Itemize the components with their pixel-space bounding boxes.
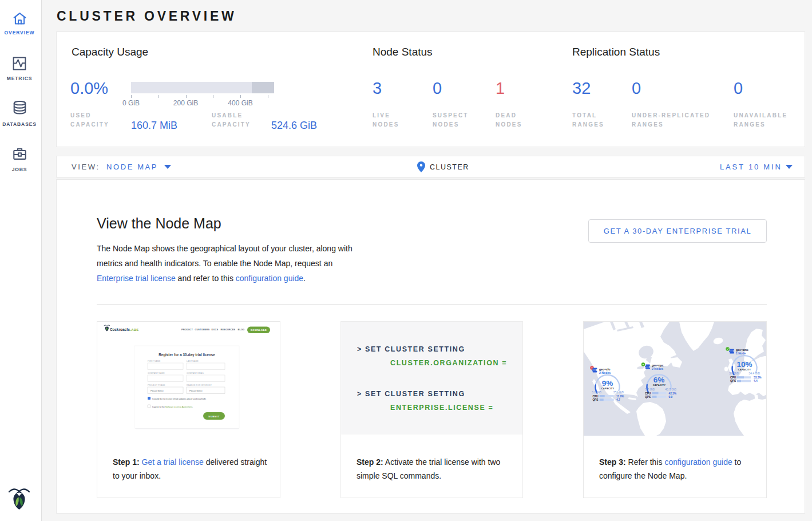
svg-text:0.0: 0.0 bbox=[669, 396, 673, 398]
svg-text:Please Select: Please Select bbox=[189, 390, 203, 392]
svg-text:34.4 GiB: 34.4 GiB bbox=[748, 372, 760, 375]
svg-text:11.0%: 11.0% bbox=[616, 395, 624, 398]
svg-text:LAST NAME: LAST NAME bbox=[187, 360, 199, 362]
svg-text:DOWNLOAD: DOWNLOAD bbox=[251, 329, 267, 331]
svg-text:BLOG: BLOG bbox=[238, 328, 245, 331]
svg-text:PRODUCT: PRODUCT bbox=[181, 328, 193, 331]
svg-text:43.7 GiB: 43.7 GiB bbox=[665, 388, 676, 391]
svg-text:I would like to receive email: I would like to receive email updates ab… bbox=[152, 398, 206, 400]
svg-text:PROJECT PHASE: PROJECT PHASE bbox=[148, 384, 165, 386]
svg-text:REASON FOR INTEREST: REASON FOR INTEREST bbox=[187, 384, 212, 386]
svg-text:53.3%: 53.3% bbox=[754, 376, 762, 379]
svg-text:Register for a 30-day trial li: Register for a 30-day trial license bbox=[159, 353, 215, 357]
svg-text:CPU: CPU bbox=[730, 376, 736, 379]
svg-text:10%: 10% bbox=[736, 360, 752, 369]
svg-text:geo=sfo: geo=sfo bbox=[599, 368, 610, 371]
svg-text:42.5%: 42.5% bbox=[669, 392, 677, 395]
svg-text:CAPACITY: CAPACITY bbox=[601, 387, 615, 390]
svg-text:2 Nodes: 2 Nodes bbox=[652, 367, 663, 370]
svg-text:6%: 6% bbox=[653, 376, 665, 384]
svg-text:Cockroach: Cockroach bbox=[110, 327, 129, 331]
svg-text:3.7 GiB: 3.7 GiB bbox=[645, 388, 655, 391]
svg-text:SUBMIT: SUBMIT bbox=[208, 415, 220, 418]
svg-text:CAPACITY: CAPACITY bbox=[738, 368, 751, 371]
svg-text:geo=nyc: geo=nyc bbox=[652, 364, 664, 367]
svg-text:3.2 GiB: 3.2 GiB bbox=[592, 390, 602, 394]
svg-text:9%: 9% bbox=[602, 379, 613, 388]
svg-text:351 GiB: 351 GiB bbox=[613, 390, 624, 394]
svg-text:4.4: 4.4 bbox=[754, 380, 758, 382]
svg-text:LABS: LABS bbox=[129, 328, 139, 331]
svg-text:COMPANY EMAIL: COMPANY EMAIL bbox=[187, 372, 204, 374]
svg-text:geo=ams: geo=ams bbox=[736, 348, 748, 352]
svg-text:I agree to the Software Licens: I agree to the Software License Agreemen… bbox=[152, 406, 193, 408]
svg-text:DOCS: DOCS bbox=[212, 328, 219, 331]
svg-text:CPU: CPU bbox=[645, 392, 651, 395]
svg-text:COMPANY NAME: COMPANY NAME bbox=[148, 372, 165, 374]
svg-text:FIRST NAME: FIRST NAME bbox=[148, 360, 161, 362]
svg-text:4.7: 4.7 bbox=[616, 398, 620, 401]
svg-text:QPS: QPS bbox=[645, 396, 651, 398]
svg-text:CUSTOMERS: CUSTOMERS bbox=[195, 328, 210, 331]
svg-text:QPS: QPS bbox=[592, 398, 599, 401]
svg-text:RESOURCES: RESOURCES bbox=[221, 328, 236, 331]
svg-text:2 Nodes: 2 Nodes bbox=[599, 371, 611, 374]
svg-text:3.6 GiB: 3.6 GiB bbox=[729, 372, 739, 375]
svg-text:CPU: CPU bbox=[592, 395, 599, 398]
svg-text:Please Select: Please Select bbox=[150, 390, 164, 392]
svg-text:QPS: QPS bbox=[730, 380, 736, 382]
svg-text:1 Node: 1 Node bbox=[736, 352, 746, 355]
svg-text:CAPACITY: CAPACITY bbox=[653, 384, 666, 386]
